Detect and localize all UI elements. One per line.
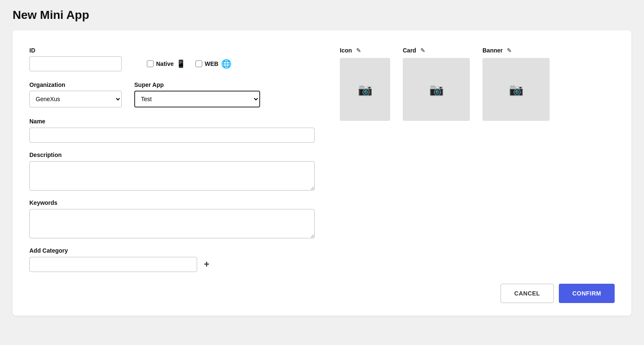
id-input[interactable]	[29, 56, 122, 71]
organization-select[interactable]: GeneXus Other	[29, 91, 122, 107]
confirm-button[interactable]: CONFIRM	[559, 284, 615, 303]
page-title: New Mini App	[13, 8, 631, 22]
card-placeholder-icon: 📷	[429, 83, 444, 97]
category-row: +	[29, 257, 323, 272]
keywords-label: Keywords	[29, 199, 57, 206]
keywords-section: Keywords	[29, 199, 323, 238]
card-label: Card	[403, 47, 416, 54]
add-category-label: Add Category	[29, 247, 68, 254]
native-checkbox[interactable]	[147, 60, 154, 67]
icon-column: Icon ✎ 📷	[340, 47, 390, 121]
add-category-button[interactable]: +	[202, 260, 211, 269]
card-image-placeholder[interactable]: 📷	[403, 58, 470, 121]
card-column: Card ✎ 📷	[403, 47, 470, 121]
category-input[interactable]	[29, 257, 197, 272]
button-row: CANCEL CONFIRM	[501, 284, 615, 303]
banner-placeholder-icon: 📷	[509, 83, 524, 97]
banner-column: Banner ✎ 📷	[482, 47, 550, 121]
id-section: ID	[29, 47, 122, 71]
top-row: ID Native 📱 WEB 🌐	[29, 47, 323, 71]
icon-image-placeholder[interactable]: 📷	[340, 58, 390, 121]
native-label: Native	[156, 60, 174, 67]
banner-header: Banner ✎	[482, 47, 512, 54]
description-textarea[interactable]	[29, 161, 315, 191]
phone-icon: 📱	[176, 59, 185, 68]
description-section: Description	[29, 151, 323, 191]
web-label: WEB	[205, 60, 219, 67]
organization-group: Organization GeneXus Other	[29, 81, 122, 107]
checkboxes-row: Native 📱 WEB 🌐	[147, 59, 232, 69]
superapp-group: Super App Test Production	[134, 81, 260, 107]
description-label: Description	[29, 152, 62, 158]
icon-edit-icon[interactable]: ✎	[356, 47, 361, 54]
id-label: ID	[29, 47, 122, 54]
name-input[interactable]	[29, 128, 315, 143]
icon-label: Icon	[340, 47, 352, 54]
keywords-textarea[interactable]	[29, 209, 315, 238]
main-content: ID Native 📱 WEB 🌐	[29, 47, 615, 280]
organization-label: Organization	[29, 81, 122, 88]
globe-icon: 🌐	[221, 59, 232, 69]
card-header: Card ✎	[403, 47, 425, 54]
left-panel: ID Native 📱 WEB 🌐	[29, 47, 323, 280]
superapp-label: Super App	[134, 81, 260, 88]
middle-row: Organization GeneXus Other Super App Tes…	[29, 81, 323, 107]
name-label: Name	[29, 118, 45, 125]
native-checkbox-group: Native 📱	[147, 59, 185, 68]
images-row: Icon ✎ 📷 Card ✎ 📷	[340, 47, 615, 121]
name-section: Name	[29, 118, 323, 143]
banner-label: Banner	[482, 47, 503, 54]
web-checkbox-group: WEB 🌐	[196, 59, 232, 69]
form-card: ID Native 📱 WEB 🌐	[13, 30, 631, 316]
banner-image-placeholder[interactable]: 📷	[482, 58, 550, 121]
icon-header: Icon ✎	[340, 47, 361, 54]
card-edit-icon[interactable]: ✎	[420, 47, 425, 54]
banner-edit-icon[interactable]: ✎	[507, 47, 512, 54]
web-checkbox[interactable]	[196, 60, 202, 67]
icon-placeholder-icon: 📷	[358, 83, 373, 97]
cancel-button[interactable]: CANCEL	[501, 284, 554, 303]
category-section: Add Category +	[29, 247, 323, 272]
superapp-select[interactable]: Test Production	[134, 91, 260, 107]
right-panel: Icon ✎ 📷 Card ✎ 📷	[340, 47, 615, 280]
